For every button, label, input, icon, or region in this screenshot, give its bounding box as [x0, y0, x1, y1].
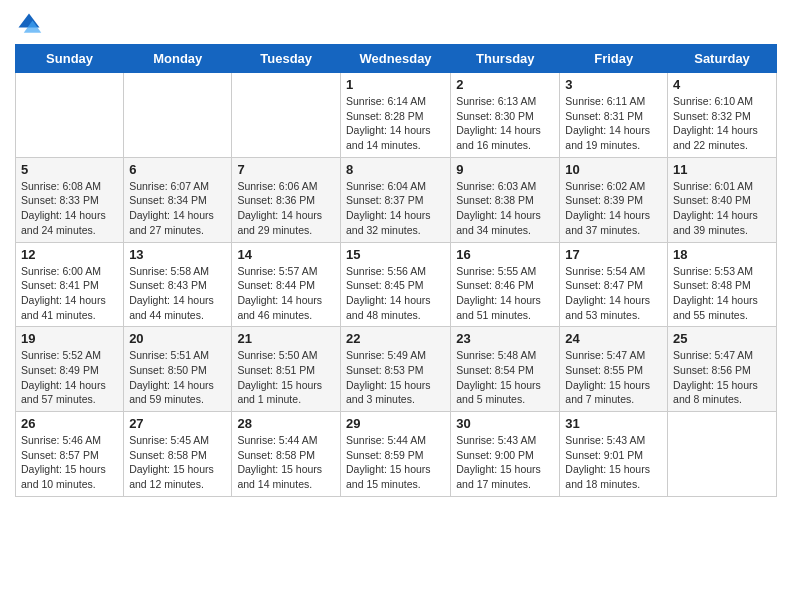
calendar-day-header: Saturday: [668, 45, 777, 73]
calendar-cell: 23Sunrise: 5:48 AMSunset: 8:54 PMDayligh…: [451, 327, 560, 412]
calendar-day-header: Thursday: [451, 45, 560, 73]
day-info: Sunrise: 5:48 AMSunset: 8:54 PMDaylight:…: [456, 348, 554, 407]
calendar-cell: 12Sunrise: 6:00 AMSunset: 8:41 PMDayligh…: [16, 242, 124, 327]
day-info: Sunrise: 5:51 AMSunset: 8:50 PMDaylight:…: [129, 348, 226, 407]
day-info: Sunrise: 6:01 AMSunset: 8:40 PMDaylight:…: [673, 179, 771, 238]
day-info: Sunrise: 5:53 AMSunset: 8:48 PMDaylight:…: [673, 264, 771, 323]
calendar-cell: 13Sunrise: 5:58 AMSunset: 8:43 PMDayligh…: [124, 242, 232, 327]
calendar-cell: 29Sunrise: 5:44 AMSunset: 8:59 PMDayligh…: [340, 412, 450, 497]
calendar-day-header: Tuesday: [232, 45, 341, 73]
day-number: 5: [21, 162, 118, 177]
day-number: 28: [237, 416, 335, 431]
calendar-cell: 20Sunrise: 5:51 AMSunset: 8:50 PMDayligh…: [124, 327, 232, 412]
calendar-cell: 21Sunrise: 5:50 AMSunset: 8:51 PMDayligh…: [232, 327, 341, 412]
day-number: 26: [21, 416, 118, 431]
day-number: 19: [21, 331, 118, 346]
day-number: 12: [21, 247, 118, 262]
day-info: Sunrise: 5:44 AMSunset: 8:58 PMDaylight:…: [237, 433, 335, 492]
day-info: Sunrise: 6:11 AMSunset: 8:31 PMDaylight:…: [565, 94, 662, 153]
calendar-week-row: 19Sunrise: 5:52 AMSunset: 8:49 PMDayligh…: [16, 327, 777, 412]
calendar-cell: 6Sunrise: 6:07 AMSunset: 8:34 PMDaylight…: [124, 157, 232, 242]
calendar-cell: [124, 73, 232, 158]
day-info: Sunrise: 5:50 AMSunset: 8:51 PMDaylight:…: [237, 348, 335, 407]
day-number: 14: [237, 247, 335, 262]
day-number: 8: [346, 162, 445, 177]
calendar-day-header: Wednesday: [340, 45, 450, 73]
calendar-day-header: Sunday: [16, 45, 124, 73]
header: [15, 10, 777, 38]
day-number: 23: [456, 331, 554, 346]
day-info: Sunrise: 6:03 AMSunset: 8:38 PMDaylight:…: [456, 179, 554, 238]
calendar-cell: 24Sunrise: 5:47 AMSunset: 8:55 PMDayligh…: [560, 327, 668, 412]
day-number: 16: [456, 247, 554, 262]
day-number: 24: [565, 331, 662, 346]
logo-icon: [15, 10, 43, 38]
calendar-cell: 7Sunrise: 6:06 AMSunset: 8:36 PMDaylight…: [232, 157, 341, 242]
calendar-cell: 30Sunrise: 5:43 AMSunset: 9:00 PMDayligh…: [451, 412, 560, 497]
day-info: Sunrise: 5:45 AMSunset: 8:58 PMDaylight:…: [129, 433, 226, 492]
calendar-cell: 15Sunrise: 5:56 AMSunset: 8:45 PMDayligh…: [340, 242, 450, 327]
calendar-cell: [16, 73, 124, 158]
day-info: Sunrise: 5:49 AMSunset: 8:53 PMDaylight:…: [346, 348, 445, 407]
day-info: Sunrise: 6:06 AMSunset: 8:36 PMDaylight:…: [237, 179, 335, 238]
day-number: 30: [456, 416, 554, 431]
calendar-day-header: Friday: [560, 45, 668, 73]
day-number: 7: [237, 162, 335, 177]
day-number: 10: [565, 162, 662, 177]
calendar-week-row: 26Sunrise: 5:46 AMSunset: 8:57 PMDayligh…: [16, 412, 777, 497]
calendar-cell: 18Sunrise: 5:53 AMSunset: 8:48 PMDayligh…: [668, 242, 777, 327]
calendar-week-row: 1Sunrise: 6:14 AMSunset: 8:28 PMDaylight…: [16, 73, 777, 158]
day-info: Sunrise: 5:47 AMSunset: 8:56 PMDaylight:…: [673, 348, 771, 407]
day-info: Sunrise: 6:08 AMSunset: 8:33 PMDaylight:…: [21, 179, 118, 238]
calendar-cell: 10Sunrise: 6:02 AMSunset: 8:39 PMDayligh…: [560, 157, 668, 242]
calendar-cell: 28Sunrise: 5:44 AMSunset: 8:58 PMDayligh…: [232, 412, 341, 497]
calendar-cell: 3Sunrise: 6:11 AMSunset: 8:31 PMDaylight…: [560, 73, 668, 158]
day-number: 29: [346, 416, 445, 431]
day-number: 21: [237, 331, 335, 346]
day-number: 15: [346, 247, 445, 262]
day-info: Sunrise: 5:46 AMSunset: 8:57 PMDaylight:…: [21, 433, 118, 492]
day-number: 1: [346, 77, 445, 92]
day-info: Sunrise: 6:14 AMSunset: 8:28 PMDaylight:…: [346, 94, 445, 153]
calendar-cell: 2Sunrise: 6:13 AMSunset: 8:30 PMDaylight…: [451, 73, 560, 158]
page: SundayMondayTuesdayWednesdayThursdayFrid…: [0, 0, 792, 612]
day-info: Sunrise: 6:07 AMSunset: 8:34 PMDaylight:…: [129, 179, 226, 238]
calendar-week-row: 12Sunrise: 6:00 AMSunset: 8:41 PMDayligh…: [16, 242, 777, 327]
day-info: Sunrise: 5:43 AMSunset: 9:00 PMDaylight:…: [456, 433, 554, 492]
day-number: 17: [565, 247, 662, 262]
day-info: Sunrise: 5:47 AMSunset: 8:55 PMDaylight:…: [565, 348, 662, 407]
day-number: 11: [673, 162, 771, 177]
calendar-cell: 22Sunrise: 5:49 AMSunset: 8:53 PMDayligh…: [340, 327, 450, 412]
calendar-cell: 26Sunrise: 5:46 AMSunset: 8:57 PMDayligh…: [16, 412, 124, 497]
calendar-cell: [232, 73, 341, 158]
day-number: 13: [129, 247, 226, 262]
day-number: 3: [565, 77, 662, 92]
day-info: Sunrise: 5:55 AMSunset: 8:46 PMDaylight:…: [456, 264, 554, 323]
day-number: 20: [129, 331, 226, 346]
calendar-cell: 8Sunrise: 6:04 AMSunset: 8:37 PMDaylight…: [340, 157, 450, 242]
calendar-cell: 17Sunrise: 5:54 AMSunset: 8:47 PMDayligh…: [560, 242, 668, 327]
day-number: 31: [565, 416, 662, 431]
calendar-cell: 27Sunrise: 5:45 AMSunset: 8:58 PMDayligh…: [124, 412, 232, 497]
day-info: Sunrise: 5:56 AMSunset: 8:45 PMDaylight:…: [346, 264, 445, 323]
day-info: Sunrise: 5:57 AMSunset: 8:44 PMDaylight:…: [237, 264, 335, 323]
calendar-week-row: 5Sunrise: 6:08 AMSunset: 8:33 PMDaylight…: [16, 157, 777, 242]
day-info: Sunrise: 5:44 AMSunset: 8:59 PMDaylight:…: [346, 433, 445, 492]
day-number: 6: [129, 162, 226, 177]
day-number: 25: [673, 331, 771, 346]
calendar-cell: 31Sunrise: 5:43 AMSunset: 9:01 PMDayligh…: [560, 412, 668, 497]
day-info: Sunrise: 6:02 AMSunset: 8:39 PMDaylight:…: [565, 179, 662, 238]
calendar-cell: 1Sunrise: 6:14 AMSunset: 8:28 PMDaylight…: [340, 73, 450, 158]
calendar-cell: 16Sunrise: 5:55 AMSunset: 8:46 PMDayligh…: [451, 242, 560, 327]
day-number: 27: [129, 416, 226, 431]
day-info: Sunrise: 5:52 AMSunset: 8:49 PMDaylight:…: [21, 348, 118, 407]
day-info: Sunrise: 6:00 AMSunset: 8:41 PMDaylight:…: [21, 264, 118, 323]
day-number: 2: [456, 77, 554, 92]
day-number: 9: [456, 162, 554, 177]
calendar-cell: 9Sunrise: 6:03 AMSunset: 8:38 PMDaylight…: [451, 157, 560, 242]
calendar-cell: 19Sunrise: 5:52 AMSunset: 8:49 PMDayligh…: [16, 327, 124, 412]
day-info: Sunrise: 5:43 AMSunset: 9:01 PMDaylight:…: [565, 433, 662, 492]
day-info: Sunrise: 5:54 AMSunset: 8:47 PMDaylight:…: [565, 264, 662, 323]
day-number: 22: [346, 331, 445, 346]
calendar-header-row: SundayMondayTuesdayWednesdayThursdayFrid…: [16, 45, 777, 73]
